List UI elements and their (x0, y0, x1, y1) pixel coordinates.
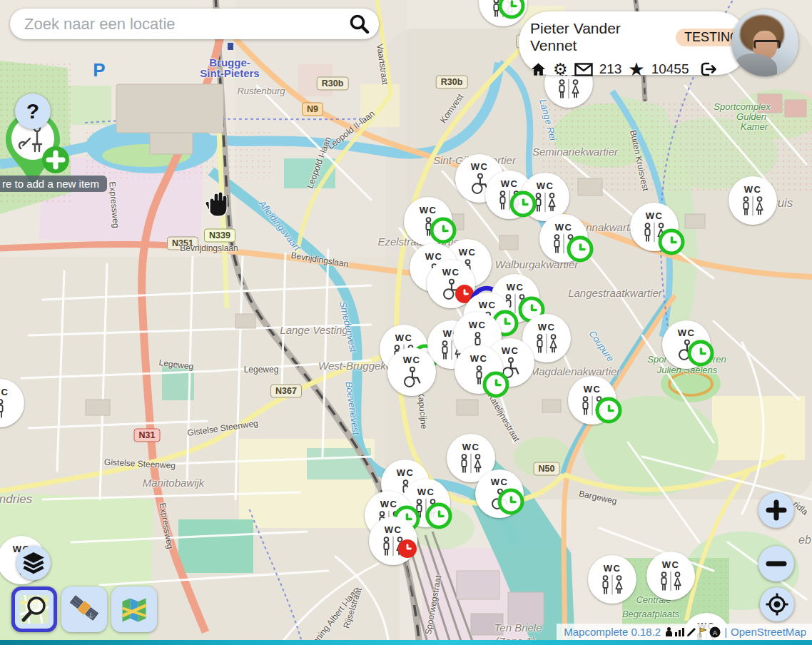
marker-label: WC (442, 268, 460, 277)
plus-icon (766, 499, 787, 521)
map-viewport[interactable]: Brugge-Sint-PietersRustenburgPVaartstraa… (0, 0, 812, 645)
marker-label: WC (555, 223, 573, 232)
help-button[interactable]: ? (15, 93, 51, 129)
marker-label: WC (678, 328, 696, 337)
folded-map-icon (118, 594, 150, 625)
user-panel: Pieter Vander Vennet TESTING ⚙ 213 ★ 104… (519, 11, 748, 75)
marker-label: WC (604, 564, 621, 573)
app-version[interactable]: Mapcomplete 0.18.2 (564, 626, 661, 638)
star-icon[interactable]: ★ (628, 60, 644, 78)
zoom-out-button[interactable] (758, 546, 794, 581)
attribution-icons: A (664, 626, 721, 638)
attribution-bar: Mapcomplete 0.18.2 A | OpenStreetMap (557, 624, 812, 640)
marker-label: WC (417, 487, 435, 497)
marker-label: WC (425, 252, 443, 261)
marker-label: WC (397, 468, 415, 477)
crosshair-icon (765, 592, 789, 616)
marker-label: WC (403, 355, 421, 365)
toilet-marker-mw[interactable]: WC (729, 176, 777, 225)
map-markers-layer: WCWCWCWCWCWCWCWCWCWCWCWCWCWCWCWCWCWCWCWC… (0, 0, 812, 645)
opening-hours-badge (688, 340, 714, 367)
search-bar[interactable] (10, 9, 379, 39)
messages-count[interactable]: 213 (599, 61, 622, 77)
add-item-tooltip: re to add a new item (0, 176, 107, 192)
opening-hours-badge (659, 229, 685, 255)
marker-label: WC (646, 211, 664, 220)
marker-label: WC (491, 477, 509, 487)
attribution-separator: | (724, 626, 727, 638)
layers-icon (21, 550, 46, 576)
zoom-in-button[interactable] (758, 492, 794, 528)
help-label: ? (26, 99, 39, 123)
osm-carto-icon (18, 593, 51, 626)
toilet-marker-person[interactable]: WC (0, 379, 24, 427)
marker-label: WC (502, 346, 519, 355)
basemap-satellite-button[interactable] (61, 586, 107, 632)
toilet-marker-mw[interactable]: WC (646, 552, 695, 600)
opening-hours-badge (567, 236, 594, 263)
marker-label: WC (420, 205, 437, 215)
marker-label: WC (0, 387, 9, 397)
marker-label: WC (537, 181, 554, 191)
svg-text:A: A (713, 629, 717, 636)
user-name: Pieter Vander Vennet (530, 20, 669, 54)
marker-label: WC (479, 300, 497, 310)
basemap-map-button[interactable] (111, 586, 157, 632)
edit-pen-icon[interactable] (686, 626, 697, 638)
changeset-count[interactable]: 10455 (651, 61, 689, 77)
opening-hours-badge (510, 191, 537, 218)
marker-label: WC (744, 185, 762, 194)
theme-flag-icon[interactable] (698, 626, 709, 638)
avatar[interactable] (731, 9, 798, 76)
settings-gear-icon[interactable]: ⚙ (553, 61, 568, 78)
marker-label: WC (501, 179, 519, 188)
user-stats-icon[interactable] (664, 626, 674, 637)
opening-hours-badge (430, 218, 457, 244)
logout-icon[interactable] (699, 61, 717, 77)
toilet-marker-wheelchair[interactable]: WC (387, 347, 436, 396)
marker-label: WC (380, 499, 398, 509)
marker-label: WC (470, 354, 488, 363)
search-icon[interactable] (347, 13, 370, 36)
marker-label: WC (469, 320, 487, 330)
statistics-icon[interactable] (674, 626, 685, 637)
marker-label: WC (462, 442, 480, 452)
layers-button[interactable] (16, 546, 51, 580)
toilet-marker-mw[interactable]: WC (588, 555, 636, 604)
marker-label: WC (395, 333, 413, 342)
satellite-icon (68, 594, 100, 625)
marker-label: WC (584, 385, 602, 394)
minus-icon (766, 553, 787, 574)
basemap-style-switcher (11, 586, 157, 632)
search-input[interactable] (23, 14, 347, 34)
marker-label: WC (385, 525, 402, 534)
marker-label: WC (459, 248, 477, 257)
footer-accent-bar (0, 640, 812, 645)
geolocate-button[interactable] (760, 587, 794, 621)
opening-hours-badge (596, 397, 622, 424)
marker-label: WC (662, 560, 680, 569)
osm-link[interactable]: OpenStreetMap (731, 626, 806, 638)
marker-label: WC (507, 283, 524, 292)
opening-hours-badge (483, 372, 509, 398)
circle-a-icon[interactable]: A (709, 626, 721, 638)
closed-hours-badge (398, 539, 417, 558)
opening-hours-badge (426, 503, 452, 529)
messages-icon[interactable] (574, 63, 593, 76)
basemap-osm-carto-button[interactable] (11, 586, 57, 632)
home-icon[interactable] (530, 61, 547, 77)
hand-cursor-icon (203, 188, 230, 217)
marker-label: WC (538, 322, 556, 332)
marker-label: WC (471, 162, 489, 171)
opening-hours-badge (498, 489, 524, 515)
